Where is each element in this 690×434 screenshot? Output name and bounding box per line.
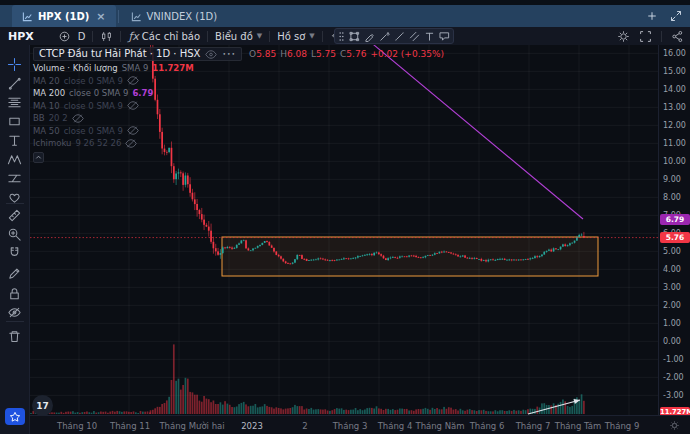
price-tick: 10.00 — [663, 157, 686, 166]
time-tick: Tháng 3 — [333, 421, 368, 431]
share-icon[interactable] — [671, 30, 684, 43]
text-tool-icon[interactable] — [7, 133, 23, 149]
price-tick: 3.00 — [663, 283, 681, 292]
settings-gear-icon[interactable] — [617, 30, 630, 43]
lock-all-icon[interactable] — [7, 286, 23, 302]
arrow-line-icon[interactable] — [379, 31, 390, 42]
price-tick: 5.00 — [663, 247, 681, 256]
time-tick: Tháng 7 — [516, 421, 551, 431]
eye-off-icon[interactable] — [127, 126, 139, 135]
magnet-icon[interactable] — [7, 246, 23, 262]
measure-ruler-icon[interactable] — [7, 208, 23, 224]
timezone-settings-icon[interactable] — [669, 420, 680, 431]
indicator-params: close 0 SMA 9 — [64, 125, 123, 138]
legend-collapse-button[interactable] — [33, 152, 44, 163]
tradingview-window: { "tabbar": { "tabs": [ {"label": "HPX (… — [0, 0, 690, 434]
crosshair-icon[interactable] — [7, 57, 23, 73]
floating-drawing-toolbar[interactable] — [334, 28, 454, 44]
indicator-row[interactable]: MA 200close 0 SMA 96.79 — [33, 87, 444, 100]
eye-off-icon[interactable] — [125, 139, 137, 148]
ma200-price-label: 6.79 — [660, 214, 690, 225]
eye-icon[interactable] — [205, 50, 217, 59]
trend-segment-icon[interactable] — [394, 31, 405, 42]
indicator-row[interactable]: Volume · Khối lượngSMA 911.727M — [33, 62, 444, 75]
symbol-description[interactable]: CTCP Đầu tư Hải Phát · 1D · HSX ••• — [33, 47, 242, 61]
ohlc-key: H — [280, 49, 287, 59]
chart-style-button[interactable] — [93, 27, 120, 45]
last-price-label: 5.76 — [660, 232, 690, 243]
collapse-toolbar-icon[interactable] — [7, 430, 23, 434]
price-tick: 12.00 — [663, 121, 686, 130]
time-tick: 2 — [302, 421, 307, 431]
profile-button[interactable]: Hồ sơ▼ — [270, 27, 322, 45]
marker-pen-icon[interactable] — [364, 31, 375, 42]
maximize-icon[interactable] — [670, 10, 682, 22]
compare-icon[interactable] — [58, 30, 71, 43]
indicator-name: MA 50 — [33, 125, 60, 138]
indicator-params: 20 2 — [49, 112, 68, 125]
forecast-tool-icon[interactable] — [7, 171, 23, 187]
eye-off-icon[interactable] — [127, 76, 139, 85]
axis-corner — [658, 415, 690, 434]
more-icon[interactable]: ••• — [222, 48, 236, 61]
indicator-name: MA 10 — [33, 100, 60, 113]
time-tick: 2023 — [241, 421, 263, 431]
indicator-row[interactable]: Ichimoku9 26 52 26 — [33, 137, 444, 150]
shapes-rectangle-icon[interactable] — [7, 114, 23, 130]
interval-button[interactable]: D — [71, 27, 93, 45]
chevron-down-icon: ▼ — [257, 32, 262, 40]
drawing-edit-lock-icon[interactable] — [7, 266, 23, 282]
favorites-star-button[interactable] — [5, 408, 25, 425]
toolbar-right — [617, 27, 684, 45]
indicator-row[interactable]: MA 50close 0 SMA 9 — [33, 125, 444, 138]
ohlc-value: 5.76 — [346, 49, 366, 59]
tab-vnindex[interactable]: VNINDEX (1D) — [121, 5, 228, 27]
fullscreen-icon[interactable] — [639, 30, 652, 43]
tab-hpx[interactable]: HPX (1D) × — [12, 5, 116, 27]
tabbar-actions — [646, 5, 682, 27]
add-tab-icon[interactable] — [646, 10, 658, 22]
time-tick: Tháng 4 — [378, 421, 413, 431]
ohlc-values: O5.85H6.08L5.75C5.76+0.02 (+0.35%) — [249, 48, 444, 61]
indicator-name: MA 200 — [33, 87, 65, 100]
text-small-icon[interactable] — [424, 31, 435, 42]
price-tick: 11.00 — [663, 139, 686, 148]
indicator-name: MA 20 — [33, 75, 60, 88]
remove-trash-icon[interactable] — [7, 329, 23, 345]
indicator-row[interactable]: MA 10close 0 SMA 9 — [33, 100, 444, 113]
indicator-params: close 0 SMA 9 — [69, 87, 128, 100]
indicator-params: close 0 SMA 9 — [64, 100, 123, 113]
indicator-row[interactable]: BB20 2 — [33, 112, 444, 125]
select-rectangle-icon[interactable] — [349, 31, 360, 42]
chart-template-button[interactable]: Biểu đồ▼ — [208, 27, 269, 45]
price-tick: -3.00 — [663, 391, 684, 400]
indicator-value: 11.727M — [152, 62, 193, 75]
price-tick: -2.00 — [663, 373, 684, 382]
hide-drawings-eye-icon[interactable] — [7, 305, 23, 321]
tradingview-logo[interactable]: 17 — [32, 395, 53, 416]
drag-handle-icon[interactable] — [338, 31, 345, 42]
tab-bar: HPX (1D) × VNINDEX (1D) — [0, 0, 690, 27]
time-tick: Tháng Mười hai — [159, 421, 224, 431]
indicators-button[interactable]: ƒx Các chỉ báo — [121, 27, 207, 45]
callout-icon[interactable] — [439, 31, 450, 42]
parallel-channel-icon[interactable] — [409, 31, 420, 42]
eye-off-icon[interactable] — [127, 101, 139, 110]
price-tick: -1.00 — [663, 355, 684, 364]
chevron-down-icon: ▼ — [309, 32, 314, 40]
price-axis[interactable]: 16.0015.0014.0013.0012.0011.0010.009.008… — [658, 45, 690, 415]
time-tick: Tháng 6 — [470, 421, 505, 431]
indicator-row[interactable]: MA 20close 0 SMA 9 — [33, 75, 444, 88]
left-drawing-toolbar — [0, 45, 30, 434]
ohlc-value: 5.75 — [316, 49, 336, 59]
eye-off-icon[interactable] — [72, 114, 84, 123]
fib-retracement-icon[interactable] — [7, 95, 23, 111]
indicator-name: Ichimoku — [33, 137, 71, 150]
time-axis[interactable]: Tháng 10Tháng 11Tháng Mười hai20232Tháng… — [30, 415, 658, 434]
zoom-in-icon[interactable] — [7, 227, 23, 243]
xabcd-pattern-icon[interactable] — [7, 152, 23, 168]
trend-line-tool-icon[interactable] — [7, 76, 23, 92]
close-icon[interactable]: × — [96, 10, 105, 23]
price-tick: 1.00 — [663, 319, 681, 328]
symbol-button[interactable]: HPX — [8, 30, 58, 43]
